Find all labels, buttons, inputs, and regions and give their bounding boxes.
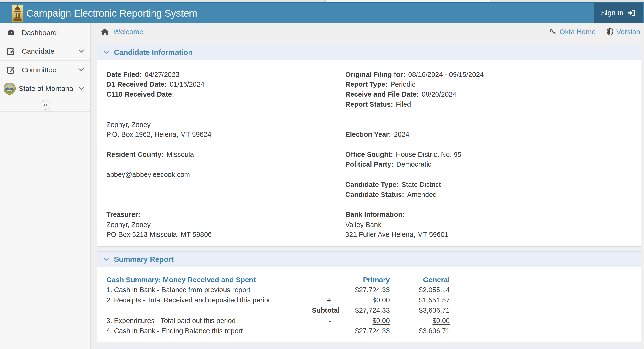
sidebar-item-label: Dashboard bbox=[22, 29, 57, 37]
browser-edge-segment bbox=[162, 0, 326, 2]
column-header-primary: Primary bbox=[331, 275, 390, 285]
candidate-information-header[interactable]: Candidate Information bbox=[97, 45, 641, 60]
treasurer-label: Treasurer: bbox=[106, 209, 143, 219]
subtotal-label: Subtotal bbox=[312, 305, 331, 316]
resident-county-field: Resident County:Missoula bbox=[106, 149, 194, 159]
collapse-left-icon: « bbox=[44, 101, 47, 108]
home-icon bbox=[100, 28, 109, 35]
sign-in-icon bbox=[628, 9, 636, 17]
candidate-information-panel: Candidate Information Date Filed:04/27/2… bbox=[96, 45, 641, 247]
page-title: Campaign Electronic Reporting System bbox=[26, 8, 197, 19]
sidebar-item-state-of-montana[interactable]: State of Montana bbox=[0, 79, 90, 98]
topbar: Welcome Okta Home bbox=[90, 23, 644, 40]
candidate-email: abbey@abbeyleecook.com bbox=[106, 169, 190, 180]
breadcrumb-label: Welcome bbox=[114, 28, 143, 36]
okta-home-label: Okta Home bbox=[560, 28, 596, 36]
edit-icon bbox=[6, 66, 16, 74]
sign-in-label: Sign In bbox=[601, 9, 624, 17]
okta-home-link[interactable]: Okta Home bbox=[549, 28, 596, 36]
row-label: 1. Cash in Bank - Balance from previous … bbox=[106, 285, 312, 295]
sidebar-item-dashboard[interactable]: Dashboard bbox=[0, 23, 90, 42]
chevron-down-icon bbox=[78, 87, 84, 90]
general-value-link[interactable]: $1,551.57 bbox=[390, 295, 450, 305]
primary-value-link[interactable]: $0.00 bbox=[331, 316, 390, 326]
candidate-address: P.O. Box 1962, Helena, MT 59624 bbox=[106, 129, 211, 139]
collapse-sidebar-button[interactable]: « bbox=[41, 100, 50, 110]
primary-value: $27,724.33 bbox=[331, 326, 390, 336]
section-title: Summary Report bbox=[114, 255, 174, 264]
primary-value: $27,724.33 bbox=[331, 305, 390, 316]
office-sought-field: Office Sought:House District No. 95 bbox=[345, 149, 462, 159]
general-value: $3,606.71 bbox=[390, 305, 450, 316]
section-title: Candidate Information bbox=[114, 48, 192, 57]
sidebar-item-candidate[interactable]: Candidate bbox=[0, 42, 90, 61]
chevron-down-icon bbox=[104, 258, 109, 261]
primary-value: $27,724.33 bbox=[331, 285, 390, 295]
c118-received-date-field: C118 Received Date: bbox=[106, 89, 177, 99]
general-value: $3,606.71 bbox=[390, 326, 450, 336]
bank-name: Valley Bank bbox=[345, 220, 382, 230]
browser-edge-segment bbox=[326, 0, 490, 2]
treasurer-name: Zephyr, Zooey bbox=[106, 220, 150, 230]
montana-seal-icon bbox=[3, 82, 16, 95]
general-value-link[interactable]: $0.00 bbox=[390, 316, 450, 326]
original-filing-field: Original Filing for:08/16/2024 - 09/15/2… bbox=[345, 69, 484, 79]
row-label: 4. Cash in Bank - Ending Balance this re… bbox=[106, 326, 312, 336]
version-link[interactable]: Version bbox=[607, 28, 640, 36]
breadcrumb-welcome-link[interactable]: Welcome bbox=[100, 28, 143, 36]
sidebar-item-label: Candidate bbox=[22, 47, 54, 55]
cash-summary-table: Cash Summary: Money Received and Spent P… bbox=[106, 275, 641, 336]
key-icon bbox=[549, 28, 556, 35]
treasurer-address: PO Box 5213 Missoula, MT 59806 bbox=[106, 229, 212, 239]
browser-edge-segment bbox=[490, 0, 644, 2]
sidebar-item-label: State of Montana bbox=[19, 84, 73, 93]
gauge-icon bbox=[6, 29, 16, 37]
row-operator bbox=[312, 326, 331, 336]
main-content: Welcome Okta Home bbox=[90, 23, 644, 349]
bank-address: 321 Fuller Ave Helena, MT 59601 bbox=[345, 229, 448, 239]
primary-value-link[interactable]: $0.00 bbox=[331, 295, 390, 305]
row-label bbox=[106, 305, 312, 316]
chevron-down-icon bbox=[78, 49, 84, 53]
cash-summary-title: Cash Summary: Money Received and Spent bbox=[106, 275, 331, 285]
capitol-logo bbox=[12, 5, 23, 22]
browser-edge-strip bbox=[0, 0, 644, 2]
version-label: Version bbox=[616, 28, 640, 36]
chevron-down-icon bbox=[78, 68, 84, 72]
candidate-type-field: Candidate Type:State District bbox=[345, 180, 441, 190]
next-panel-header-partial[interactable] bbox=[96, 347, 641, 349]
political-party-field: Political Party:Democratic bbox=[345, 159, 431, 169]
summary-report-panel: Summary Report Cash Summary: Money Recei… bbox=[96, 251, 641, 342]
bank-information-label: Bank Information: bbox=[345, 209, 408, 219]
row-label: 2. Receipts - Total Received and deposit… bbox=[106, 295, 312, 305]
row-operator bbox=[312, 285, 331, 295]
date-filed-field: Date Filed:04/27/2023 bbox=[106, 69, 179, 79]
edit-icon bbox=[6, 47, 16, 56]
app-header: Campaign Electronic Reporting System Sig… bbox=[0, 2, 644, 23]
shield-icon bbox=[607, 28, 614, 35]
sign-in-button[interactable]: Sign In bbox=[594, 3, 642, 23]
candidate-status-field: Candidate Status:Amended bbox=[345, 190, 437, 200]
chevron-down-icon bbox=[104, 51, 109, 54]
browser-edge-segment bbox=[0, 0, 162, 2]
report-status-field: Report Status:Filed bbox=[345, 99, 411, 109]
column-header-general: General bbox=[390, 275, 450, 285]
row-operator: - bbox=[312, 316, 331, 326]
row-operator: + bbox=[312, 295, 331, 305]
sidebar-item-label: Committee bbox=[22, 66, 56, 74]
sidebar: Dashboard Candidate Committee bbox=[0, 23, 90, 349]
general-value: $2,055.14 bbox=[390, 285, 450, 295]
d1-received-date-field: D1 Received Date:01/16/2024 bbox=[106, 79, 204, 89]
summary-report-header[interactable]: Summary Report bbox=[97, 252, 641, 267]
row-label: 3. Expenditures - Total paid out this pe… bbox=[106, 316, 312, 326]
report-type-field: Report Type:Periodic bbox=[345, 79, 415, 89]
election-year-field: Election Year:2024 bbox=[345, 129, 409, 139]
sidebar-item-committee[interactable]: Committee bbox=[0, 61, 90, 79]
candidate-name: Zephyr, Zooey bbox=[106, 120, 150, 130]
receive-file-date-field: Receive and File Date:09/20/2024 bbox=[345, 89, 456, 99]
sidebar-collapse-row: « bbox=[0, 98, 90, 112]
